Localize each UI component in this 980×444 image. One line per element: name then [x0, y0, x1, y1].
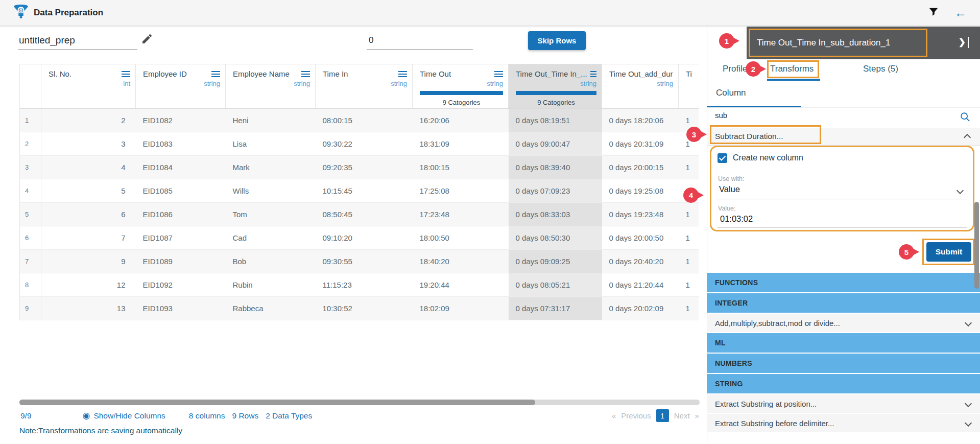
chevron-down-icon[interactable]: [957, 187, 964, 194]
table-cell: Cad: [226, 226, 316, 250]
table-cell: 18:00:15: [413, 156, 509, 179]
column-menu-icon[interactable]: [211, 71, 220, 77]
skip-rows-button[interactable]: Skip Rows: [528, 31, 586, 50]
table-row: 45EID1085Wills10:15:4517:25:080 days 07:…: [20, 179, 699, 203]
category-bar: [420, 91, 503, 95]
column-menu-icon[interactable]: [590, 71, 596, 77]
table-cell: 10:15:45: [316, 179, 413, 203]
function-label: NUMBERS: [715, 359, 752, 367]
column-header[interactable]: Employee Namestring: [226, 64, 316, 109]
submit-button[interactable]: Submit: [926, 242, 971, 262]
column-header[interactable]: Sl. No.int: [41, 64, 136, 109]
horizontal-scrollbar[interactable]: [19, 400, 700, 405]
subtab-column[interactable]: Column: [716, 88, 746, 98]
chevron-down-icon[interactable]: [965, 319, 972, 326]
function-item[interactable]: Add,multiply,subtract,mod or divide...: [707, 314, 980, 332]
column-type: int: [49, 80, 130, 88]
next-arrow[interactable]: »: [695, 411, 699, 420]
prev-button[interactable]: Previous: [621, 411, 651, 420]
table-cell: 17:23:48: [413, 203, 509, 226]
table-cell: EID1083: [136, 132, 226, 156]
create-new-column-label: Create new column: [733, 153, 803, 162]
table-cell: 1: [679, 203, 699, 226]
column-menu-icon[interactable]: [494, 71, 503, 77]
row-number: 1: [20, 109, 41, 132]
column-header[interactable]: Employee IDstring: [136, 64, 226, 109]
table-cell: 19:20:44: [413, 273, 509, 297]
search-icon[interactable]: [960, 111, 971, 125]
column-header[interactable]: Ti: [679, 64, 699, 109]
table-cell: EID1085: [136, 179, 226, 203]
table-cell: 0 days 20:00:15: [602, 156, 679, 179]
prep-name-input[interactable]: [18, 32, 137, 50]
column-name: Ti: [686, 69, 692, 78]
current-page[interactable]: 1: [656, 409, 669, 422]
value-label: Value:: [718, 205, 736, 212]
table-cell: 0 days 08:19:51: [509, 109, 602, 132]
column-header[interactable]: Time Outstring9 Catogories: [413, 64, 509, 109]
column-header[interactable]: Time Out_Time In_...string9 Catogories: [509, 64, 602, 109]
collapse-panel-icon[interactable]: ❯: [959, 37, 969, 48]
column-name: Time Out: [420, 69, 451, 78]
table-cell: Rubin: [226, 273, 316, 297]
function-category[interactable]: INTEGER: [707, 293, 980, 313]
tab-transforms[interactable]: Transforms: [770, 64, 814, 74]
app-logo-icon: ⚙: [13, 4, 29, 21]
function-category[interactable]: FUNCTIONS: [707, 273, 980, 292]
table-cell: 1: [679, 226, 699, 250]
datatypes-count: 2 Data Types: [266, 411, 312, 420]
filter-icon[interactable]: [928, 6, 939, 19]
column-header[interactable]: Time Out_add_dura...string: [602, 64, 679, 109]
prev-arrow[interactable]: «: [612, 411, 616, 420]
transform-search-input[interactable]: [714, 110, 951, 120]
table-cell: Lisa: [226, 132, 316, 156]
edit-pencil-icon[interactable]: [141, 33, 153, 47]
category-count: 9 Catogories: [420, 99, 503, 106]
function-item[interactable]: Extract Substring at position...: [707, 394, 980, 413]
row-number: 3: [20, 156, 41, 179]
table-cell: EID1086: [136, 203, 226, 226]
column-name: Time Out_add_dura...: [609, 69, 673, 78]
function-category[interactable]: ML: [707, 333, 980, 353]
column-name: Time Out_Time In_...: [516, 69, 587, 78]
tab-profile[interactable]: Profile: [723, 64, 747, 74]
show-hide-columns-button[interactable]: ◉ Show/Hide Columns: [83, 410, 165, 421]
function-label: Extract Substring at position...: [715, 400, 817, 408]
column-menu-icon[interactable]: [122, 71, 130, 77]
tab-steps[interactable]: Steps (5): [863, 64, 898, 74]
skip-rows-input[interactable]: [367, 32, 473, 50]
chevron-up-icon[interactable]: [964, 134, 971, 141]
horizontal-scrollbar-thumb[interactable]: [19, 400, 535, 405]
header-row: Sl. No.intEmployee IDstringEmployee Name…: [20, 64, 699, 109]
chevron-down-icon[interactable]: [965, 400, 972, 407]
table-cell: 0 days 21:20:44: [602, 273, 679, 297]
table-cell: Bob: [226, 250, 316, 273]
table-row: 12EID1082Heni08:00:1516:20:060 days 08:1…: [20, 109, 699, 132]
function-item[interactable]: Extract Substring before delimiter...: [707, 414, 980, 432]
table-row: 23EID1083Lisa09:30:2218:31:090 days 09:0…: [20, 132, 699, 156]
table-cell: EID1087: [136, 226, 226, 250]
annotation-step-3: 3: [686, 127, 702, 142]
table-cell: 0 days 20:31:09: [602, 132, 679, 156]
create-new-column-checkbox[interactable]: [718, 153, 727, 163]
function-category[interactable]: STRING: [707, 374, 980, 393]
column-menu-icon[interactable]: [301, 71, 310, 77]
functions-list: FUNCTIONSINTEGERAdd,multiply,subtract,mo…: [707, 273, 980, 433]
function-category[interactable]: NUMBERS: [707, 354, 980, 373]
table-cell: 5: [41, 179, 136, 203]
chevron-down-icon[interactable]: [965, 419, 972, 427]
sidebar-scrollbar-thumb[interactable]: [974, 202, 979, 289]
table-cell: 18:02:09: [413, 297, 509, 320]
table-cell: 1: [679, 297, 699, 320]
table-cell: EID1084: [136, 156, 226, 179]
use-with-select[interactable]: Value: [719, 184, 740, 194]
top-bar: ⚙ Data Preparation ←: [0, 0, 980, 26]
column-header[interactable]: Time Instring: [316, 64, 413, 109]
transform-subtract-duration[interactable]: Subtract Duration...: [707, 128, 980, 146]
next-button[interactable]: Next: [674, 411, 690, 420]
back-arrow-icon[interactable]: ←: [954, 7, 967, 19]
table-row: 56EID1086Tom08:50:4517:23:480 days 08:33…: [20, 203, 699, 226]
column-menu-icon[interactable]: [398, 71, 407, 77]
table-cell: 6: [41, 203, 136, 226]
duration-value-input[interactable]: [719, 214, 961, 224]
